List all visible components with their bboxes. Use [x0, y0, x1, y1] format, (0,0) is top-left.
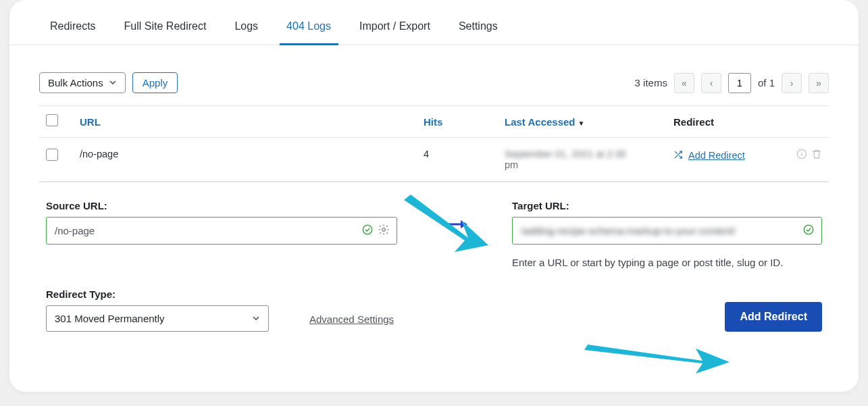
source-url-input-wrap	[46, 217, 397, 245]
page-first-button[interactable]: «	[674, 73, 694, 93]
info-icon[interactable]	[796, 149, 807, 162]
source-url-input[interactable]	[47, 218, 361, 244]
page-of-text: of 1	[758, 77, 775, 88]
column-url[interactable]: URL	[80, 116, 424, 128]
form-bottom-row: Redirect Type: 301 Moved Permanently Adv…	[9, 268, 859, 338]
bulk-actions-select[interactable]: Bulk Actions	[39, 72, 126, 93]
pagination: 3 items « ‹ of 1 › »	[635, 73, 829, 93]
check-circle-icon	[802, 224, 815, 238]
row-redirect-cell: Add Redirect	[673, 149, 822, 162]
gear-icon[interactable]	[378, 224, 390, 238]
advanced-settings-link[interactable]: Advanced Settings	[309, 313, 394, 332]
redirect-form: Source URL: Target URL:	[9, 182, 859, 268]
chevron-down-icon	[109, 77, 117, 88]
svg-rect-1	[801, 153, 802, 157]
redirect-type-select[interactable]: 301 Moved Permanently	[46, 305, 269, 332]
page-prev-button[interactable]: ‹	[701, 73, 721, 93]
row-last-accessed: September 01, 2021 at 2:30 pm	[505, 149, 673, 170]
sort-desc-icon: ▼	[578, 120, 585, 127]
toolbar: Bulk Actions Apply 3 items « ‹ of 1 › »	[9, 45, 859, 105]
svg-point-3	[363, 225, 372, 234]
chevron-down-icon	[252, 313, 260, 324]
target-url-input[interactable]	[513, 218, 802, 244]
add-redirect-link[interactable]: Add Redirect	[688, 150, 745, 161]
tab-full-site-redirect[interactable]: Full Site Redirect	[124, 20, 207, 45]
bulk-actions-label: Bulk Actions	[48, 77, 103, 88]
redirect-type-value: 301 Moved Permanently	[55, 313, 165, 324]
apply-button[interactable]: Apply	[132, 72, 178, 93]
row-hits: 4	[424, 149, 505, 159]
tab-404-logs[interactable]: 404 Logs	[286, 20, 331, 45]
table-header-row: URL Hits Last Accessed▼ Redirect	[39, 106, 829, 138]
table-row: /no-page 4 September 01, 2021 at 2:30 pm…	[39, 138, 829, 182]
target-url-label: Target URL:	[512, 200, 822, 211]
tab-logs[interactable]: Logs	[234, 20, 258, 45]
add-redirect-button[interactable]: Add Redirect	[725, 302, 822, 332]
svg-point-6	[804, 225, 813, 234]
shuffle-icon	[673, 150, 683, 161]
tab-bar: Redirects Full Site Redirect Logs 404 Lo…	[9, 7, 859, 45]
tab-redirects[interactable]: Redirects	[50, 20, 96, 45]
source-url-group: Source URL:	[46, 200, 397, 245]
column-redirect: Redirect	[673, 116, 822, 128]
arrow-right-icon	[404, 200, 505, 230]
redirect-type-label: Redirect Type:	[46, 288, 269, 300]
trash-icon[interactable]	[811, 149, 822, 162]
target-url-input-wrap	[512, 217, 822, 245]
redirect-type-group: Redirect Type: 301 Moved Permanently	[46, 288, 269, 332]
page-number-input[interactable]	[728, 73, 751, 93]
items-count: 3 items	[635, 77, 667, 88]
check-circle-icon	[361, 224, 374, 238]
logs-table: URL Hits Last Accessed▼ Redirect /no-pag…	[39, 105, 829, 182]
column-last-accessed[interactable]: Last Accessed▼	[505, 116, 673, 128]
page-last-button[interactable]: »	[809, 73, 829, 93]
svg-rect-2	[801, 151, 802, 152]
source-url-label: Source URL:	[46, 200, 397, 211]
page-next-button[interactable]: ›	[782, 73, 802, 93]
target-url-helper: Enter a URL or start by typing a page or…	[512, 257, 822, 268]
select-all-checkbox[interactable]	[46, 114, 58, 126]
row-checkbox[interactable]	[46, 149, 58, 161]
svg-point-4	[382, 228, 386, 231]
column-hits[interactable]: Hits	[424, 116, 505, 128]
tab-settings[interactable]: Settings	[459, 20, 498, 45]
row-url: /no-page	[80, 149, 424, 159]
target-url-group: Target URL: Enter a URL or start by typi…	[512, 200, 822, 268]
tab-import-export[interactable]: Import / Export	[359, 20, 430, 45]
